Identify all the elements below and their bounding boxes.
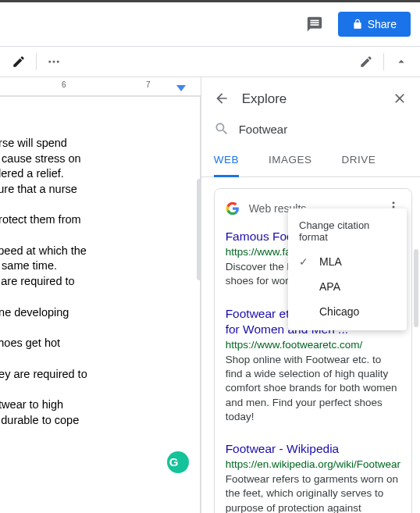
result-snippet: Footwear refers to garments worn on the …: [226, 472, 400, 513]
pencil-icon: [359, 55, 373, 69]
doc-line: y are required to: [0, 274, 200, 290]
share-button[interactable]: Share: [338, 12, 411, 37]
doc-line: urse will spend: [0, 136, 200, 151]
comment-history-button[interactable]: [301, 10, 329, 38]
grammarly-badge[interactable]: G: [167, 451, 189, 473]
doc-line: o cause stress on: [0, 151, 200, 167]
document-page[interactable]: urse will spend o cause stress on idered…: [0, 96, 201, 513]
doc-line: y durable to cope: [0, 413, 200, 429]
document-area: 6 7 urse will spend o cause stress on id…: [0, 77, 201, 513]
editing-mode-button[interactable]: [354, 49, 379, 74]
close-icon: [392, 91, 408, 106]
doc-line: protect them from: [0, 212, 200, 228]
more-tools-button[interactable]: [41, 49, 66, 74]
toolbar: [0, 46, 420, 77]
doc-line: idered a relief.: [0, 166, 200, 182]
citation-option-apa[interactable]: APA: [288, 274, 407, 299]
svg-point-0: [48, 61, 51, 63]
indent-marker-icon: [176, 85, 186, 93]
ruler-number: 6: [62, 80, 66, 89]
pencil-icon: [12, 55, 26, 69]
ruler-number: 7: [146, 80, 151, 89]
toolbar-separator: [36, 53, 37, 70]
result-snippet: Shop online with Footwear etc. to find a…: [226, 353, 400, 424]
share-label: Share: [368, 18, 397, 30]
chevron-up-icon: [394, 55, 408, 69]
result-url: https://en.wikipedia.org/wiki/Footwear: [226, 458, 400, 470]
close-explore-button[interactable]: [392, 91, 408, 109]
main-area: 6 7 urse will spend o cause stress on id…: [0, 77, 420, 513]
doc-line: sure that a nurse: [0, 182, 200, 198]
citation-option-mla[interactable]: MLA: [288, 249, 407, 274]
result-title[interactable]: Footwear - Wikipedia: [226, 441, 400, 457]
svg-point-3: [393, 201, 395, 204]
svg-point-2: [57, 61, 59, 63]
google-logo-icon: [226, 201, 240, 216]
doc-line: hey are required to: [0, 367, 200, 383]
doc-line: shoes get hot: [0, 336, 200, 351]
back-button[interactable]: [214, 91, 230, 109]
edit-tool-left[interactable]: [6, 49, 31, 74]
doc-line: speed at which the: [0, 244, 200, 259]
tab-images[interactable]: IMAGES: [269, 144, 312, 176]
arrow-left-icon: [214, 91, 230, 106]
explore-tabs: WEB IMAGES DRIVE: [201, 144, 420, 177]
lock-icon: [352, 19, 363, 30]
more-horizontal-icon: [47, 55, 61, 69]
result-url: https://www.footwearetc.com/: [226, 339, 400, 351]
explore-results: Web results Famous Footw https://www.fam…: [201, 177, 420, 513]
explore-scrollbar[interactable]: [414, 249, 418, 327]
search-result: Footwear - Wikipedia https://en.wikipedi…: [226, 441, 400, 513]
expand-panel-button[interactable]: [389, 49, 414, 74]
citation-option-chicago[interactable]: Chicago: [288, 299, 407, 324]
comment-icon: [306, 16, 323, 33]
search-icon: [214, 121, 230, 137]
topbar: Share: [0, 2, 420, 46]
explore-search-input[interactable]: [239, 123, 408, 136]
explore-panel: Explore WEB IMAGES DRIVE Web results: [201, 77, 420, 513]
doc-line: e same time.: [0, 258, 200, 274]
tab-web[interactable]: WEB: [214, 144, 239, 177]
citation-format-menu: Change citation format MLA APA Chicago: [288, 208, 407, 330]
doc-line: one developing: [0, 305, 200, 321]
tab-drive[interactable]: DRIVE: [341, 144, 376, 176]
explore-header: Explore: [201, 77, 420, 121]
svg-point-1: [53, 61, 55, 63]
doc-line: otwear to high: [0, 397, 200, 413]
explore-title: Explore: [242, 91, 287, 107]
toolbar-separator: [383, 53, 384, 70]
right-indent-marker[interactable]: [176, 85, 186, 94]
explore-search-row: [201, 121, 420, 144]
citation-menu-label: Change citation format: [288, 215, 407, 249]
ruler[interactable]: 6 7: [0, 77, 201, 96]
